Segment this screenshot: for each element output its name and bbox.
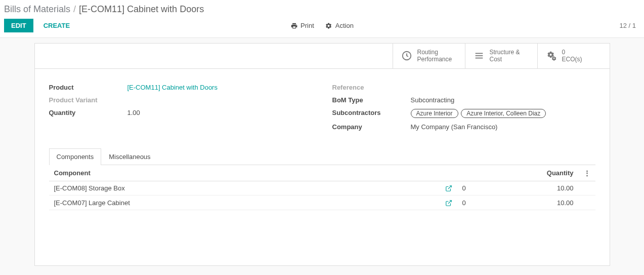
create-button[interactable]: CREATE <box>44 22 70 29</box>
stat-structure-line2: Cost <box>490 56 520 63</box>
stat-ecos[interactable]: 0 ECO(s) <box>537 44 610 68</box>
value-subcontractors: Azure Interior Azure Interior, Colleen D… <box>411 109 547 118</box>
label-subcontractors: Subcontractors <box>332 109 411 116</box>
label-product-variant: Product Variant <box>49 96 127 104</box>
tab-components[interactable]: Components <box>49 148 102 165</box>
row-component-name: [E-COM08] Storage Box <box>49 181 437 195</box>
label-reference: Reference <box>332 84 411 91</box>
stat-ecos-label: ECO(s) <box>562 56 582 63</box>
stat-structure-line1: Structure & <box>490 49 520 56</box>
row-quantity: 10.00 <box>518 181 579 195</box>
stat-structure-cost[interactable]: Structure & Cost <box>465 44 537 68</box>
stat-routing-line1: Routing <box>417 49 452 56</box>
action-button[interactable]: Action <box>325 22 354 29</box>
print-button[interactable]: Print <box>290 22 314 29</box>
tab-miscellaneous[interactable]: Miscellaneous <box>101 148 158 165</box>
table-row[interactable]: [E-COM07] Large Cabinet 0 10.00 <box>49 195 595 210</box>
kebab-menu[interactable]: ⋮ <box>579 165 595 181</box>
stat-ecos-count: 0 <box>562 49 582 56</box>
print-icon <box>290 22 297 29</box>
list-icon <box>474 50 485 61</box>
external-link-icon[interactable] <box>445 185 452 192</box>
table-row[interactable]: [E-COM08] Storage Box 0 10.00 <box>49 181 595 195</box>
label-company: Company <box>332 123 411 131</box>
stat-routing-line2: Performance <box>417 56 452 63</box>
svg-line-5 <box>448 201 451 204</box>
breadcrumb-separator: / <box>73 4 76 15</box>
print-label: Print <box>300 22 314 29</box>
external-link-icon[interactable] <box>445 200 452 207</box>
row-quantity: 10.00 <box>518 195 579 210</box>
breadcrumb-current: [E-COM11] Cabinet with Doors <box>79 4 204 15</box>
breadcrumb: Bills of Materials / [E-COM11] Cabinet w… <box>4 4 204 15</box>
clock-icon <box>401 50 412 61</box>
row-component-name: [E-COM07] Large Cabinet <box>49 195 437 210</box>
value-bom-type: Subcontracting <box>411 96 455 104</box>
svg-line-4 <box>448 186 451 189</box>
label-bom-type: BoM Type <box>332 96 411 104</box>
action-label: Action <box>335 22 354 29</box>
breadcrumb-root[interactable]: Bills of Materials <box>4 4 70 15</box>
subcontractor-tag[interactable]: Azure Interior, Colleen Diaz <box>461 109 546 118</box>
gear-icon <box>325 22 332 29</box>
label-product: Product <box>49 84 127 91</box>
row-mid-value: 0 <box>457 195 518 210</box>
row-mid-value: 0 <box>457 181 518 195</box>
pager[interactable]: 12 / 1 <box>619 22 636 29</box>
col-component[interactable]: Component <box>49 165 437 181</box>
stat-routing-performance[interactable]: Routing Performance <box>393 44 465 68</box>
form-sheet: Routing Performance Structure & Cost 0 E… <box>34 43 610 266</box>
value-quantity: 1.00 <box>127 109 140 116</box>
value-company: My Company (San Francisco) <box>411 123 498 131</box>
col-quantity[interactable]: Quantity <box>518 165 579 181</box>
gears-icon <box>546 50 557 61</box>
subcontractor-tag[interactable]: Azure Interior <box>411 109 458 118</box>
edit-button[interactable]: EDIT <box>4 19 33 32</box>
value-product[interactable]: [E-COM11] Cabinet with Doors <box>127 84 218 91</box>
label-quantity: Quantity <box>49 109 127 116</box>
